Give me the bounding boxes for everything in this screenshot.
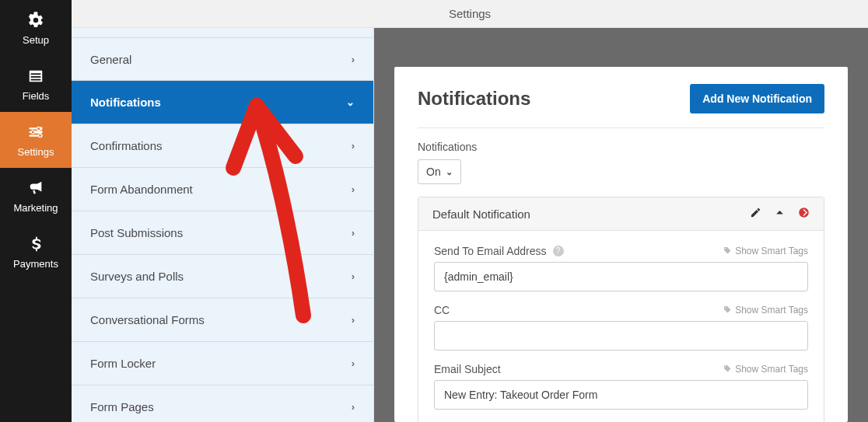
svg-rect-2 (31, 76, 41, 78)
nav-payments[interactable]: Payments (0, 224, 72, 280)
svg-rect-1 (31, 73, 41, 75)
nav-marketing[interactable]: Marketing (0, 168, 72, 224)
tag-icon (723, 364, 732, 374)
nav-payments-label: Payments (13, 258, 58, 270)
submenu-item-label: Post Submissions (90, 226, 183, 239)
notification-title: Default Notification (432, 208, 530, 221)
bullhorn-icon (26, 179, 45, 197)
toggle-label: Notifications (418, 141, 824, 153)
submenu-item-label: Form Pages (90, 400, 154, 413)
smart-tags-link[interactable]: Show Smart Tags (723, 364, 808, 375)
chevron-right-icon: › (352, 54, 355, 65)
notification-card-header: Default Notification (418, 197, 824, 231)
chevron-right-icon: › (352, 314, 355, 326)
submenu-item-label: Conversational Forms (90, 313, 205, 326)
nav-fields[interactable]: Fields (0, 56, 72, 112)
chevron-right-icon: › (352, 183, 355, 195)
notifications-toggle-select[interactable]: On ⌄ (418, 159, 461, 184)
settings-submenu: General › Notifications ⌄ Confirmations … (72, 28, 374, 422)
topbar-title: Settings (449, 7, 491, 20)
tag-icon (723, 246, 732, 256)
content-wrap: Notifications Add New Notification Notif… (374, 28, 868, 422)
cc-label: CC (434, 304, 450, 316)
notification-card-body: Send To Email Address ? Show Smart Tags (418, 231, 824, 422)
notification-actions (750, 207, 810, 221)
chevron-right-icon: › (352, 270, 355, 282)
submenu-surveys-polls[interactable]: Surveys and Polls › (72, 255, 373, 298)
nav-settings-label: Settings (18, 146, 54, 158)
nav-setup-label: Setup (23, 34, 49, 46)
cc-row: CC Show Smart Tags (434, 304, 808, 316)
submenu-form-locker[interactable]: Form Locker › (72, 342, 373, 385)
help-icon[interactable]: ? (553, 246, 564, 256)
submenu-item-label: Surveys and Polls (90, 270, 184, 283)
send-to-input[interactable] (434, 262, 808, 291)
submenu-confirmations[interactable]: Confirmations › (72, 124, 373, 168)
nav-setup[interactable]: Setup (0, 0, 72, 56)
edit-icon[interactable] (750, 207, 761, 221)
submenu-item-label: Confirmations (90, 139, 163, 152)
submenu-form-pages[interactable]: Form Pages › (72, 385, 373, 422)
chevron-down-icon: ⌄ (446, 167, 453, 177)
label-text: Send To Email Address (434, 245, 547, 257)
add-notification-button[interactable]: Add New Notification (690, 84, 824, 113)
submenu-item-label: Notifications (90, 96, 161, 109)
submenu-item-label: Form Abandonment (90, 183, 193, 196)
subject-row: Email Subject Show Smart Tags (434, 363, 808, 375)
smart-tags-text: Show Smart Tags (735, 364, 808, 375)
list-icon (26, 67, 45, 85)
submenu-post-submissions[interactable]: Post Submissions › (72, 211, 373, 255)
primary-nav: Setup Fields Settings Marketing Payments (0, 0, 72, 422)
svg-point-10 (37, 127, 40, 130)
submenu-item-label: Form Locker (90, 357, 156, 370)
svg-rect-3 (31, 78, 41, 80)
dollar-icon (26, 235, 45, 253)
smart-tags-text: Show Smart Tags (735, 305, 808, 316)
send-to-label: Send To Email Address ? (434, 245, 564, 257)
svg-point-12 (38, 134, 41, 137)
columns: General › Notifications ⌄ Confirmations … (72, 28, 868, 422)
send-to-row: Send To Email Address ? Show Smart Tags (434, 245, 808, 257)
subject-input[interactable] (434, 380, 808, 410)
notifications-panel: Notifications Add New Notification Notif… (394, 67, 848, 422)
nav-marketing-label: Marketing (13, 202, 58, 214)
submenu-form-abandonment[interactable]: Form Abandonment › (72, 168, 373, 211)
submenu-item-label: General (90, 53, 131, 66)
chevron-right-icon: › (352, 227, 355, 239)
chevron-right-icon: › (352, 401, 355, 413)
smart-tags-text: Show Smart Tags (735, 246, 808, 256)
chevron-down-icon: ⌄ (346, 96, 355, 108)
nav-fields-label: Fields (23, 90, 50, 102)
chevron-right-icon: › (352, 140, 355, 152)
gear-icon (26, 11, 45, 30)
svg-point-11 (31, 130, 34, 133)
chevron-right-icon: › (352, 357, 355, 369)
panel-header: Notifications Add New Notification (418, 84, 824, 128)
smart-tags-link[interactable]: Show Smart Tags (723, 246, 808, 256)
cc-input[interactable] (434, 321, 808, 351)
app-root: Setup Fields Settings Marketing Payments (0, 0, 868, 422)
subject-label: Email Subject (434, 363, 501, 375)
tag-icon (723, 305, 732, 315)
toggle-value: On (426, 166, 441, 178)
panel-title: Notifications (418, 88, 530, 110)
submenu-notifications[interactable]: Notifications ⌄ (72, 81, 373, 124)
submenu-conversational-forms[interactable]: Conversational Forms › (72, 298, 373, 342)
collapse-icon[interactable] (774, 207, 786, 221)
submenu-general[interactable]: General › (72, 37, 373, 81)
main-area: Settings General › Notifications ⌄ Confi… (72, 0, 868, 422)
delete-icon[interactable] (798, 207, 810, 221)
topbar: Settings (72, 0, 868, 28)
smart-tags-link[interactable]: Show Smart Tags (723, 305, 808, 316)
notifications-toggle-block: Notifications On ⌄ (418, 141, 824, 184)
notification-card: Default Notification Send To Email Addre… (418, 197, 824, 422)
nav-settings[interactable]: Settings (0, 112, 72, 168)
sliders-icon (26, 123, 45, 141)
